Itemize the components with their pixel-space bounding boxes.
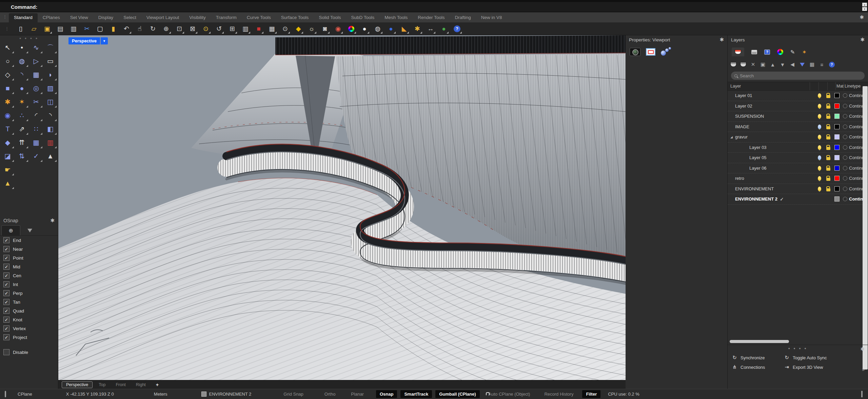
toolbar-drag-handle[interactable]: ⋮ <box>5 26 9 31</box>
material-icon[interactable] <box>843 104 847 108</box>
bulb-icon[interactable] <box>818 176 821 180</box>
linetype-value[interactable]: Continuous <box>849 134 863 139</box>
menu-tab-surface-tools[interactable]: Surface Tools <box>276 13 314 22</box>
layer-row-environnement-2[interactable]: ENVIRONNEMENT 2✓Continuous <box>728 194 868 205</box>
sphere-icon[interactable]: ● <box>15 81 29 95</box>
ellipse-icon[interactable]: ◍ <box>15 54 29 68</box>
material-icon[interactable] <box>843 125 847 129</box>
checkbox-cen[interactable]: ✓ <box>3 272 9 279</box>
copy-icon[interactable]: ▢ <box>95 24 105 34</box>
bulb-icon[interactable] <box>818 125 821 129</box>
viewport-menu-arrow-icon[interactable]: ▼ <box>101 37 108 44</box>
status-auto-cplane-object[interactable]: Auto CPlane (Object) <box>489 392 530 397</box>
menu-tab-display[interactable]: Display <box>93 13 118 22</box>
menu-gear-icon[interactable]: ✱ <box>860 14 864 20</box>
search-input[interactable] <box>740 73 861 78</box>
menu-tab-select[interactable]: Select <box>118 13 141 22</box>
command-history-scroll[interactable]: ▲ ▼ <box>862 3 867 11</box>
bulb-icon[interactable] <box>818 166 821 170</box>
scale-icon[interactable]: ⇗ <box>15 122 29 136</box>
linetype-value[interactable]: Continuous <box>849 145 863 150</box>
layer-row-layer-01[interactable]: Layer 01Continuous <box>728 91 868 101</box>
split-icon[interactable]: ◫ <box>43 95 58 109</box>
filter-icon[interactable] <box>799 63 805 66</box>
column-layer[interactable]: Layer <box>728 84 810 89</box>
layer-row-layer-05[interactable]: Layer 05Continuous <box>728 153 868 163</box>
viewport-tab-front[interactable]: Front <box>112 382 130 388</box>
viewport-title[interactable]: Perspective <box>68 37 100 44</box>
layer-row-gravur[interactable]: ◢gravurContinuous <box>728 132 868 142</box>
menu-tab-transform[interactable]: Transform <box>211 13 242 22</box>
scroll-down-icon[interactable]: ▼ <box>862 7 867 11</box>
material-icon[interactable] <box>843 145 847 150</box>
select-cursor-icon[interactable]: ↖ <box>1 41 15 54</box>
menu-tab-new-in-v8[interactable]: New in V8 <box>476 13 507 22</box>
layers-column-header[interactable]: Layer Mat Linetype <box>728 82 868 91</box>
save-icon[interactable]: ▣ <box>42 24 52 34</box>
center-mark-icon[interactable]: ⊙ <box>280 24 290 34</box>
osnap-disable-row[interactable]: Disable <box>0 348 58 357</box>
move-down-icon[interactable]: ▼ <box>780 62 786 68</box>
zoom-window-icon[interactable]: ⊡ <box>174 24 184 34</box>
linetype-value[interactable]: Continuous <box>849 176 863 181</box>
linetype-value[interactable]: Continuous <box>849 124 863 129</box>
material-icon[interactable] <box>843 135 847 139</box>
help-icon[interactable]: ? <box>452 24 462 34</box>
status-filter[interactable]: Filter <box>582 390 600 398</box>
torus-icon[interactable]: ◎ <box>29 81 43 95</box>
linetype-value[interactable]: Continuous <box>849 186 863 191</box>
palette-drag-handle[interactable]: ● ● ● ● <box>0 35 58 41</box>
camera-tab-icon[interactable] <box>630 48 640 56</box>
layers-vscrollbar[interactable] <box>863 86 868 369</box>
export-3d-view-button[interactable]: ⇥Export 3D View <box>784 364 864 370</box>
menu-tab-set-view[interactable]: Set View <box>65 13 93 22</box>
help-icon[interactable]: ? <box>829 62 835 68</box>
layer-color-swatch[interactable] <box>834 176 840 181</box>
shaded-sphere-icon[interactable]: ● <box>359 24 370 34</box>
status-gumball-cplane[interactable]: Gumball (CPlane) <box>435 390 479 398</box>
layer-color-swatch[interactable] <box>834 114 840 119</box>
bulb-icon[interactable] <box>818 93 821 98</box>
text-icon[interactable]: T <box>1 122 15 136</box>
array-icon[interactable]: ∷ <box>29 122 43 136</box>
material-icon[interactable] <box>843 187 847 191</box>
lightbulb-icon[interactable]: ☼ <box>307 24 317 34</box>
menu-tab-render-tools[interactable]: Render Tools <box>413 13 450 22</box>
current-layer-indicator[interactable]: ENVIRONNEMENT 2 <box>201 392 252 397</box>
disable-checkbox[interactable] <box>3 349 9 355</box>
material-icon[interactable] <box>843 93 847 98</box>
viewport-perspective[interactable]: Perspective ▼ PerspectiveTopFrontRight+ <box>58 35 626 389</box>
boolean-balls-icon[interactable]: ∴ <box>15 109 29 122</box>
osnap-row-perp[interactable]: ✓Perp <box>0 289 58 298</box>
panel-layout-icon[interactable]: ▥ <box>240 24 251 34</box>
linetype-value[interactable]: Continuous <box>849 166 863 171</box>
material-sphere-icon[interactable]: ● <box>386 24 396 34</box>
layer-color-swatch[interactable] <box>834 166 840 171</box>
status-osnap[interactable]: Osnap <box>376 390 397 398</box>
paste-icon[interactable]: ▮ <box>108 24 118 34</box>
osnap-row-vertex[interactable]: ✓Vertex <box>0 324 58 333</box>
gears-icon[interactable]: ✱ <box>412 24 422 34</box>
polygon-icon[interactable]: ◇ <box>1 68 15 81</box>
layer-row-suspension[interactable]: SUSPENSIONContinuous <box>728 111 868 122</box>
checkbox-end[interactable]: ✓ <box>3 237 9 243</box>
layers-gear-icon[interactable]: ✱ <box>860 37 865 43</box>
new-sublayer-icon[interactable] <box>740 62 746 67</box>
material-icon[interactable] <box>843 166 847 170</box>
checkbox-mid[interactable]: ✓ <box>3 264 9 270</box>
sync-panel-gear-icon[interactable]: ✱ <box>860 346 865 352</box>
linetype-value[interactable]: Continuous <box>849 155 863 160</box>
cut-icon[interactable]: ✂ <box>82 24 92 34</box>
new-layer-icon[interactable] <box>730 62 736 67</box>
menu-tab-drafting[interactable]: Drafting <box>450 13 476 22</box>
viewport-tab-icon[interactable] <box>646 48 655 56</box>
lock-icon[interactable] <box>826 136 830 139</box>
menu-tab-curve-tools[interactable]: Curve Tools <box>242 13 276 22</box>
toggle-auto-sync-button[interactable]: ↻Toggle Auto Sync <box>784 355 864 361</box>
grid-array-icon[interactable]: ▦ <box>29 136 43 149</box>
checkbox-quad[interactable]: ✓ <box>3 308 9 314</box>
properties-gear-icon[interactable]: ✱ <box>719 37 724 43</box>
layer-color-swatch[interactable] <box>834 103 840 109</box>
publish-icon[interactable]: ▥ <box>68 24 79 34</box>
object-snap-spheres-icon[interactable] <box>661 47 672 57</box>
